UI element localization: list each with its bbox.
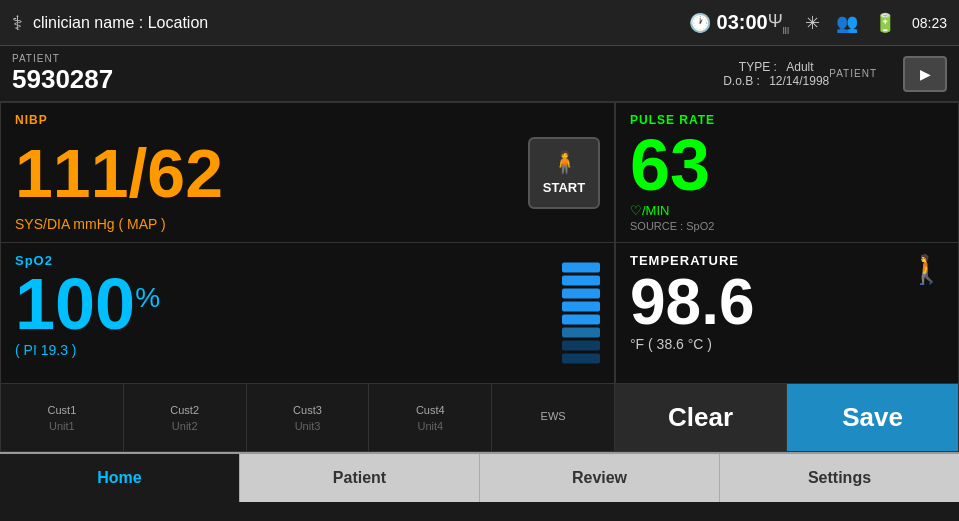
cust-btn-2[interactable]: Cust3 Unit3 [247,384,370,451]
patient-bar: PATIENT 5930287 TYPE : Adult D.o.B : 12/… [0,46,959,102]
brightness-icon: ✳ [805,12,820,34]
temp-unit: °F ( 38.6 °C ) [630,336,944,352]
page: ⚕ clinician name : Location 🕐 03:00 Ψ|||… [0,0,959,502]
cust-btn-0[interactable]: Cust1 Unit1 [1,384,124,451]
patient-right: PATIENT ▶ [829,56,947,92]
cust-btn-4-top: EWS [541,410,566,422]
spo2-pct: % [135,282,160,314]
clock-icon: 🕐 [689,12,711,34]
patient-id: 5930287 [12,64,703,95]
nibp-label: NIBP [15,113,600,127]
header-center: 🕐 03:00 [689,11,768,34]
patient-left: PATIENT 5930287 [12,53,703,95]
cust-btn-3-bottom: Unit4 [417,420,443,432]
nibp-panel: NIBP 111/62 SYS/DIA mmHg ( MAP ) 🧍 START [0,102,615,243]
cust-btn-3-top: Cust4 [416,404,445,416]
bar-1 [562,263,600,273]
cust-btn-0-top: Cust1 [48,404,77,416]
spo2-bar-chart [562,263,600,364]
spo2-pi: ( PI 19.3 ) [15,342,600,358]
bar-2 [562,276,600,286]
header-left: ⚕ clinician name : Location [12,11,689,35]
battery-time: 08:23 [912,15,947,31]
bar-7 [562,341,600,351]
nibp-value: 111/62 [15,139,600,207]
cust-btn-3[interactable]: Cust4 Unit4 [369,384,492,451]
save-button[interactable]: Save [787,384,958,451]
bar-4 [562,302,600,312]
header-time: 03:00 [717,11,768,34]
header-title: clinician name : Location [33,14,208,32]
cust-btn-0-bottom: Unit1 [49,420,75,432]
signal-icon: Ψ||| [768,11,789,34]
spo2-value: 100 [15,264,135,344]
pulse-source: SOURCE : SpO2 [630,220,944,232]
patient-dob: D.o.B : 12/14/1998 [723,74,829,88]
header: ⚕ clinician name : Location 🕐 03:00 Ψ|||… [0,0,959,46]
patient-label: PATIENT [12,53,703,64]
main-area: NIBP 111/62 SYS/DIA mmHg ( MAP ) 🧍 START… [0,102,959,452]
bar-8 [562,354,600,364]
medical-icon: ⚕ [12,11,23,35]
custom-buttons-left: Cust1 Unit1 Cust2 Unit2 Cust3 Unit3 Cust… [0,384,615,452]
bar-3 [562,289,600,299]
cust-btn-4[interactable]: EWS [492,384,614,451]
start-label: START [543,180,585,195]
clear-button[interactable]: Clear [615,384,787,451]
tab-home[interactable]: Home [0,454,240,502]
custom-row: Cust1 Unit1 Cust2 Unit2 Cust3 Unit3 Cust… [0,384,959,452]
cust-btn-1[interactable]: Cust2 Unit2 [124,384,247,451]
nibp-unit: SYS/DIA mmHg ( MAP ) [15,216,600,232]
person-icon: 🚶 [909,253,944,286]
cust-btn-1-bottom: Unit2 [172,420,198,432]
bar-5 [562,315,600,325]
battery-icon: 🔋 [874,12,896,34]
patient-type: TYPE : Adult [723,60,829,74]
patient-right-label: PATIENT [829,68,877,79]
spo2-panel: SpO2 100% ( PI 19.3 ) [0,243,615,384]
patient-info: TYPE : Adult D.o.B : 12/14/1998 [723,60,829,88]
action-buttons: Clear Save [615,384,959,452]
users-icon: 👥 [836,12,858,34]
tab-review[interactable]: Review [480,454,720,502]
start-icon: 🧍 [551,150,578,176]
bar-6 [562,328,600,338]
header-right: Ψ||| ✳ 👥 🔋 08:23 [768,11,947,34]
pulse-unit: ♡/MIN [630,203,944,218]
cust-btn-2-bottom: Unit3 [295,420,321,432]
play-button[interactable]: ▶ [903,56,947,92]
temp-value: 98.6 [630,270,944,334]
cust-btn-2-top: Cust3 [293,404,322,416]
pulse-panel: PULSE RATE 63 ♡/MIN SOURCE : SpO2 [615,102,959,243]
bottom-nav: Home Patient Review Settings [0,452,959,502]
pulse-value: 63 [630,129,944,201]
start-button[interactable]: 🧍 START [528,137,600,209]
tab-patient[interactable]: Patient [240,454,480,502]
vitals-row-2: SpO2 100% ( PI 19.3 ) TEMPERATURE [0,243,959,384]
temperature-panel: TEMPERATURE 98.6 °F ( 38.6 °C ) 🚶 [615,243,959,384]
vitals-row-1: NIBP 111/62 SYS/DIA mmHg ( MAP ) 🧍 START… [0,102,959,243]
cust-btn-1-top: Cust2 [170,404,199,416]
tab-settings[interactable]: Settings [720,454,959,502]
